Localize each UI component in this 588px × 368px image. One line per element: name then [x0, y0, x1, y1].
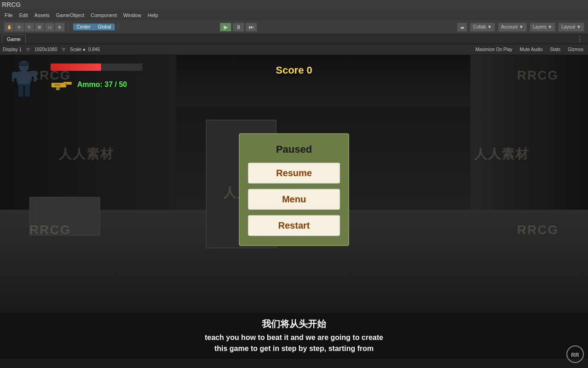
tab-options[interactable]: ⋮ [573, 34, 586, 43]
rrcg-title: RRCG [2, 1, 21, 8]
menu-component[interactable]: Component [88, 12, 119, 19]
mute-audio-btn[interactable]: Mute Audio [518, 46, 544, 53]
maximize-on-play-btn[interactable]: Maximize On Play [474, 46, 514, 53]
layers-button[interactable]: Layers ▼ [530, 23, 556, 32]
pivot-center-btn[interactable]: Center [73, 23, 94, 30]
transform-tools: ✋ ✛ ↻ ⊞ ▭ ⊕ [4, 22, 65, 32]
game-tab-bar: Game ⋮ [0, 34, 588, 44]
play-button[interactable]: ▶ [220, 23, 232, 32]
collab-button[interactable]: Collab ▼ [470, 23, 495, 32]
game-controls-right: Maximize On Play Mute Audio Stats Gizmos [474, 46, 585, 53]
menu-bar: File Edit Assets GameObject Component Wi… [0, 10, 588, 20]
menu-help[interactable]: Help [145, 12, 161, 19]
gizmos-btn[interactable]: Gizmos [566, 46, 585, 53]
subtitle-chinese: 我们将从头开始 [262, 318, 326, 330]
menu-gameobject[interactable]: GameObject [53, 12, 87, 19]
scale-label: Scale ● [70, 47, 85, 52]
rect-tool[interactable]: ▭ [45, 23, 54, 31]
title-bar: RRCG [0, 0, 588, 10]
rrcg-logo: RR [566, 345, 584, 364]
toolbar: ✋ ✛ ↻ ⊞ ▭ ⊕ Center Global ▶ ⏸ ⏭ ☁ Collab… [0, 20, 588, 34]
door-frame [206, 120, 277, 248]
pivot-group: Center Global [73, 23, 115, 30]
menu-edit[interactable]: Edit [17, 12, 31, 19]
subtitle-bar: 我们将从头开始 teach you how to beat it and we … [0, 313, 588, 359]
play-controls: ▶ ⏸ ⏭ [220, 23, 257, 32]
separator-1 [68, 23, 68, 31]
pivot-global-btn[interactable]: Global [94, 23, 115, 30]
game-viewport: RRCG RRCG 人人素材 人人素材 RRCG RRCG 人人素材 [0, 55, 588, 313]
game-tab[interactable]: Game [2, 34, 26, 44]
svg-text:RR: RR [571, 352, 579, 358]
pause-button[interactable]: ⏸ [232, 23, 244, 32]
move-tool[interactable]: ✛ [15, 23, 24, 31]
menu-window[interactable]: Window [120, 12, 144, 19]
display-label: Display 1 [3, 47, 22, 52]
layout-button[interactable]: Layout ▼ [558, 23, 584, 32]
hand-tool[interactable]: ✋ [5, 23, 14, 31]
collab-icon: ☁ [457, 23, 467, 32]
stats-btn[interactable]: Stats [548, 46, 562, 53]
scale-value: 0.846 [88, 47, 100, 52]
step-button[interactable]: ⏭ [245, 23, 257, 32]
account-button[interactable]: Account ▼ [498, 23, 527, 32]
subtitle-english: teach you how to beat it and we are goin… [205, 332, 384, 354]
game-controls-bar: Display 1 ▼ 1920x1080 ▼ Scale ● 0.846 Ma… [0, 44, 588, 55]
rotate-tool[interactable]: ↻ [25, 23, 34, 31]
menu-file[interactable]: File [2, 12, 16, 19]
toolbar-right: ☁ Collab ▼ Account ▼ Layers ▼ Layout ▼ [457, 23, 584, 32]
resolution-label: 1920x1080 [34, 47, 57, 52]
game-scene [0, 55, 588, 313]
multi-tool[interactable]: ⊕ [55, 23, 64, 31]
separator-2 [118, 23, 118, 31]
scale-tool[interactable]: ⊞ [35, 23, 44, 31]
menu-assets[interactable]: Assets [32, 12, 52, 19]
furniture [29, 197, 100, 236]
